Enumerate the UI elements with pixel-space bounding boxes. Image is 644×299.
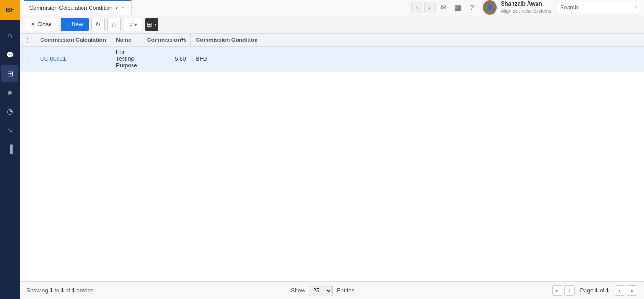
sidebar-logo[interactable]: BF bbox=[0, 0, 20, 20]
sidebar-nav: ⌂ 💬 ⊞ ★ ◔ ∿ ▐ bbox=[1, 27, 18, 299]
drag-handle-icon: ⋮ bbox=[25, 56, 30, 62]
pie-icon: ◔ bbox=[7, 107, 13, 116]
favorite-button[interactable]: ☆ bbox=[107, 18, 121, 31]
refresh-icon: ↻ bbox=[95, 21, 101, 28]
commission-calc-link[interactable]: CC-00001 bbox=[40, 56, 66, 62]
sidebar-item-favorites[interactable]: ★ bbox=[1, 84, 18, 101]
close-label: Close bbox=[37, 21, 52, 28]
topbar-nav: ‹ › bbox=[411, 2, 436, 13]
col-header-commission-condition[interactable]: Commission Condition bbox=[191, 34, 263, 47]
footer-center: Show 10 25 50 100 Entries bbox=[291, 285, 354, 296]
table-header-row: ⋮ Commission Calculation Name Commission… bbox=[20, 34, 644, 47]
page-first-icon: « bbox=[556, 288, 559, 293]
new-label: New bbox=[72, 21, 83, 28]
nav-next-btn[interactable]: › bbox=[424, 2, 436, 13]
search-clear-btn[interactable]: × bbox=[633, 4, 640, 11]
filter-icon: ▽ bbox=[129, 21, 133, 28]
page-last-icon: » bbox=[631, 288, 634, 293]
data-table: ⋮ Commission Calculation Name Commission… bbox=[20, 34, 644, 72]
sidebar-item-activity[interactable]: ∿ bbox=[1, 121, 18, 138]
main-content: Commision Calculation Condition ▾ × ‹ › … bbox=[20, 0, 644, 299]
topbar-icons: ✉ ▦ ? bbox=[438, 2, 477, 13]
help-icon[interactable]: ? bbox=[467, 2, 477, 13]
new-button[interactable]: + New bbox=[61, 18, 89, 31]
user-avatar: 👤 bbox=[483, 0, 497, 15]
page-prev-icon: ‹ bbox=[569, 288, 570, 293]
sidebar-item-home[interactable]: ⌂ bbox=[1, 27, 18, 44]
close-button[interactable]: ✕ Close bbox=[25, 18, 58, 31]
filter-button[interactable]: ▽ ▾ bbox=[124, 18, 142, 31]
home-icon: ⌂ bbox=[8, 32, 12, 40]
cell-extra bbox=[263, 47, 644, 72]
bar-icon: ▐ bbox=[7, 145, 12, 153]
col-header-extra bbox=[263, 34, 644, 47]
nav-prev-icon: ‹ bbox=[416, 4, 418, 11]
search-box[interactable]: × bbox=[557, 2, 640, 13]
plus-icon: + bbox=[66, 21, 70, 28]
nav-next-icon: › bbox=[429, 4, 431, 11]
activity-icon: ∿ bbox=[7, 126, 13, 135]
close-x-icon: ✕ bbox=[31, 21, 35, 28]
footer: Showing 1 to 1 of 1 entries Show 10 25 5… bbox=[20, 281, 644, 299]
toolbar: ✕ Close + New ↻ ☆ ▽ ▾ ⊞ ▾ bbox=[20, 15, 644, 34]
sidebar: BF ⌂ 💬 ⊞ ★ ◔ ∿ ▐ bbox=[0, 0, 20, 299]
table-body: ⋮ CC-00001 For Testing Purpose 5.00 BFD bbox=[20, 47, 644, 72]
pagination: « ‹ Page 1 of 1 › » bbox=[552, 285, 637, 296]
grid-view-button[interactable]: ⊞ ▾ bbox=[145, 18, 158, 31]
user-text: Shahzaib Awan Align Business Systems bbox=[501, 0, 551, 14]
data-table-container: ⋮ Commission Calculation Name Commission… bbox=[20, 34, 644, 281]
cell-commission-condition: BFD bbox=[191, 47, 263, 72]
tab-title: Commision Calculation Condition bbox=[29, 5, 113, 11]
filter-chevron: ▾ bbox=[134, 21, 137, 28]
page-last-btn[interactable]: » bbox=[627, 285, 637, 296]
grid-dropdown-icon: ▾ bbox=[154, 22, 157, 27]
show-label: Show bbox=[291, 287, 305, 294]
star-icon: ☆ bbox=[111, 21, 117, 28]
user-info[interactable]: 👤 Shahzaib Awan Align Business Systems bbox=[483, 0, 551, 15]
sidebar-item-apps[interactable]: ⊞ bbox=[1, 65, 18, 82]
sidebar-item-analytics[interactable]: ▐ bbox=[1, 140, 18, 157]
topbar: Commision Calculation Condition ▾ × ‹ › … bbox=[20, 0, 644, 15]
sidebar-item-chat[interactable]: 💬 bbox=[1, 46, 18, 63]
drag-col-header: ⋮ bbox=[20, 34, 35, 47]
drag-handle-cell: ⋮ bbox=[20, 47, 35, 72]
user-name: Shahzaib Awan bbox=[501, 0, 551, 8]
per-page-select[interactable]: 10 25 50 100 bbox=[309, 285, 333, 296]
tab-area: Commision Calculation Condition ▾ × bbox=[24, 0, 132, 15]
tab-commission-calculation[interactable]: Commision Calculation Condition ▾ × bbox=[24, 0, 132, 15]
cell-name: For Testing Purpose bbox=[111, 47, 142, 72]
chart-icon[interactable]: ▦ bbox=[453, 2, 463, 13]
logo-text: BF bbox=[6, 6, 15, 14]
page-first-btn[interactable]: « bbox=[552, 285, 562, 296]
refresh-button[interactable]: ↻ bbox=[91, 18, 105, 31]
page-info: Page 1 of 1 bbox=[580, 287, 609, 294]
chat-icon: 💬 bbox=[6, 51, 14, 58]
page-next-icon: › bbox=[619, 288, 621, 293]
star-icon: ★ bbox=[7, 88, 13, 97]
mail-icon[interactable]: ✉ bbox=[438, 2, 449, 13]
tab-dropdown-icon: ▾ bbox=[116, 6, 118, 10]
apps-icon: ⊞ bbox=[7, 69, 13, 78]
page-next-btn[interactable]: › bbox=[615, 285, 625, 296]
col-header-name[interactable]: Name bbox=[111, 34, 142, 47]
tab-close-btn[interactable]: × bbox=[121, 4, 125, 11]
entries-label: Entries bbox=[337, 287, 354, 294]
footer-showing-text: Showing 1 to 1 of 1 entries bbox=[26, 287, 93, 294]
topbar-right: ✉ ▦ ? 👤 Shahzaib Awan Align Business Sys… bbox=[438, 0, 640, 15]
drag-handle-header: ⋮ bbox=[25, 37, 30, 43]
nav-prev-btn[interactable]: ‹ bbox=[411, 2, 422, 13]
col-header-commission-pct[interactable]: Commission% bbox=[142, 34, 191, 47]
sidebar-item-reports[interactable]: ◔ bbox=[1, 103, 18, 120]
table-row[interactable]: ⋮ CC-00001 For Testing Purpose 5.00 BFD bbox=[20, 47, 644, 72]
search-input[interactable] bbox=[557, 4, 633, 11]
col-header-commission-calculation[interactable]: Commission Calculation bbox=[35, 34, 111, 47]
cell-commission-calculation[interactable]: CC-00001 bbox=[35, 47, 111, 72]
cell-commission-pct: 5.00 bbox=[142, 47, 191, 72]
page-prev-btn[interactable]: ‹ bbox=[564, 285, 575, 296]
user-company: Align Business Systems bbox=[501, 8, 551, 14]
grid-icon: ⊞ bbox=[147, 21, 152, 28]
